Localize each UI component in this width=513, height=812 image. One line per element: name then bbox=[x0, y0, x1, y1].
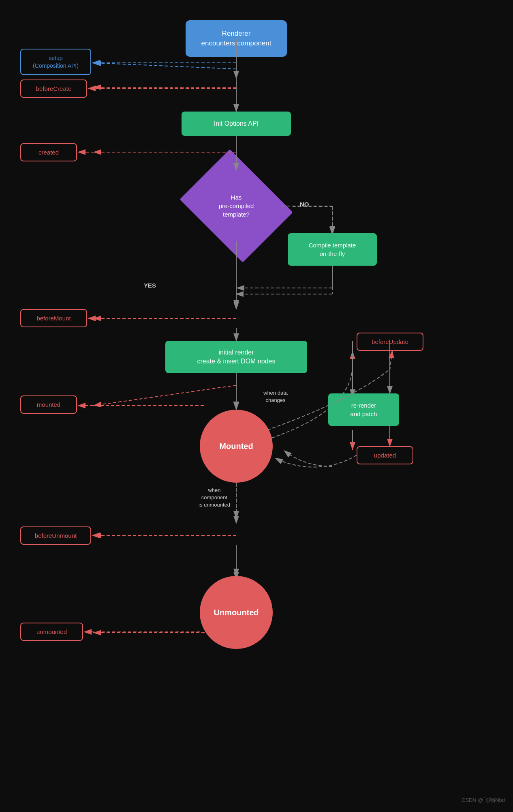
compile-template-node: Compile templateon-the-fly bbox=[288, 233, 377, 266]
before-unmount-label: beforeUnmount bbox=[35, 531, 77, 540]
mounted-hook-node: mounted bbox=[20, 395, 77, 414]
when-data-changes-label: when datachanges bbox=[263, 389, 288, 404]
setup-label: setup(Composition API) bbox=[33, 54, 79, 69]
diagram-container: Rendererencounters component setup(Compo… bbox=[0, 0, 513, 812]
before-update-node: beforeUpdate bbox=[357, 333, 423, 351]
unmounted-circle-label: Unmounted bbox=[214, 607, 259, 618]
init-options-label: Init Options API bbox=[214, 119, 259, 128]
has-template-diamond: Haspre-compiledtemplate? bbox=[180, 149, 293, 262]
before-create-label: beforeCreate bbox=[36, 84, 72, 93]
before-update-label: beforeUpdate bbox=[372, 337, 408, 346]
before-mount-node: beforeMount bbox=[20, 309, 87, 327]
yes-label: YES bbox=[144, 282, 156, 289]
svg-line-48 bbox=[390, 351, 392, 370]
renderer-node: Rendererencounters component bbox=[186, 20, 287, 57]
initial-render-node: initial rendercreate & insert DOM nodes bbox=[165, 341, 307, 373]
rerender-node: re-renderand patch bbox=[328, 393, 399, 426]
before-mount-label: beforeMount bbox=[36, 314, 71, 322]
compile-template-label: Compile templateon-the-fly bbox=[309, 241, 356, 258]
mounted-circle-label: Mounted bbox=[219, 440, 253, 452]
watermark: CSDN @飞翔的bd bbox=[462, 797, 505, 804]
unmounted-circle: Unmounted bbox=[200, 576, 273, 649]
mounted-circle: Mounted bbox=[200, 410, 273, 483]
updated-node: updated bbox=[357, 446, 413, 464]
updated-label: updated bbox=[374, 451, 396, 460]
setup-node: setup(Composition API) bbox=[20, 49, 91, 75]
created-label: created bbox=[38, 148, 59, 157]
rerender-label: re-renderand patch bbox=[351, 401, 377, 418]
before-create-node: beforeCreate bbox=[20, 79, 87, 98]
has-template-label: Haspre-compiledtemplate? bbox=[219, 193, 254, 219]
mounted-hook-label: mounted bbox=[37, 400, 60, 409]
svg-line-2 bbox=[93, 63, 236, 69]
before-unmount-node: beforeUnmount bbox=[20, 526, 91, 545]
no-label: NO bbox=[300, 201, 309, 208]
created-node: created bbox=[20, 143, 77, 161]
unmounted-hook-node: unmounted bbox=[20, 623, 83, 641]
unmounted-hook-label: unmounted bbox=[36, 627, 67, 636]
init-options-node: Init Options API bbox=[182, 112, 291, 136]
svg-line-15 bbox=[93, 385, 236, 406]
initial-render-label: initial rendercreate & insert DOM nodes bbox=[197, 348, 276, 366]
when-unmounted-label: whencomponentis unmounted bbox=[199, 487, 230, 509]
